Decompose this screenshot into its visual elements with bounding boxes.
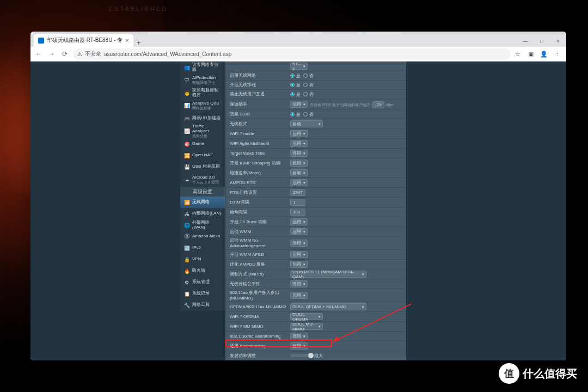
select-dropdown[interactable]: 启用 — [290, 179, 308, 186]
sidebar-label: Game — [192, 142, 204, 146]
setting-label: 信号间隔 — [225, 210, 288, 215]
new-tab-button[interactable]: + — [133, 39, 144, 47]
url-field[interactable]: ⚠ 不安全 asusrouter.com/Advanced_WAdvanced_… — [73, 48, 511, 59]
radio-off[interactable] — [303, 112, 308, 117]
radio-group[interactable]: 是 否 — [290, 112, 314, 118]
setting-label: 组播速率(Mbps) — [225, 170, 288, 176]
sidebar-item[interactable]: 🔒VPN — [180, 254, 225, 265]
select-dropdown[interactable]: 停用 — [290, 280, 308, 287]
sidebar-icon: 📊 — [183, 102, 190, 109]
setting-row: DTIM间隔1 — [225, 198, 406, 207]
star-icon[interactable]: ☆ — [514, 51, 522, 58]
sidebar-icon: 🔥 — [183, 268, 190, 274]
sidebar-item[interactable]: 🛡AiProtection智能网络卫士 — [180, 73, 225, 87]
window-maximize[interactable]: □ — [534, 35, 550, 47]
select-dropdown[interactable]: 自动 — [290, 120, 323, 127]
extension-icon[interactable]: ▣ — [527, 51, 535, 58]
setting-row: 优化 AMPDU 聚集启用 — [225, 260, 406, 270]
sidebar-item[interactable]: ⚙系统管理 — [180, 277, 225, 288]
select-dropdown[interactable]: DL/UL OFDMA — [290, 313, 323, 320]
sidebar-label: 网络工具 — [192, 303, 210, 308]
select-dropdown[interactable]: DL/UL MU-MIMO — [290, 323, 323, 330]
setting-row: 发射功率调整最大 — [225, 351, 406, 360]
sidebar-item[interactable]: 🔢IPv6 — [180, 242, 225, 254]
sidebar-icon: 🔒 — [183, 256, 190, 263]
radio-on[interactable] — [290, 92, 295, 96]
sidebar-item[interactable]: 💾USB 相关应用 — [180, 161, 225, 173]
radio-off[interactable] — [303, 74, 308, 78]
select-dropdown[interactable]: 5 G-2 — [290, 63, 308, 70]
sidebar-item[interactable]: 🔧网络工具 — [180, 299, 225, 311]
radio-group[interactable]: 是 否 — [290, 82, 314, 88]
window-close[interactable]: × — [550, 35, 566, 47]
select-dropdown[interactable]: DL/UL OFDMA + MU-MIMO — [290, 303, 366, 310]
text-input[interactable]: 100 — [290, 209, 305, 216]
select-dropdown[interactable]: 停用 — [290, 150, 308, 157]
setting-row: 组播速率(Mbps)自动 — [225, 168, 406, 178]
tab-close-icon[interactable]: × — [125, 37, 128, 44]
radio-off[interactable] — [303, 92, 308, 96]
sidebar-item[interactable]: 🎯Game — [180, 138, 225, 150]
setting-label: 通用 Beamforming — [225, 344, 288, 349]
forward-button[interactable]: → — [47, 50, 57, 58]
setting-row: WiFi Agile Multiband启用 — [225, 139, 406, 149]
sidebar-item[interactable]: 👥访客网络专业版 — [180, 62, 225, 73]
sidebar-item[interactable]: 📶无线网络 — [180, 197, 225, 208]
slider-thumb[interactable] — [308, 353, 314, 358]
sidebar-item[interactable]: 🎮网易UU加速器 — [180, 113, 225, 124]
sidebar-item[interactable]: 🖧内部网络(LAN) — [180, 208, 225, 219]
setting-label: 802.11ax/ac Beamforming — [225, 334, 288, 339]
setting-row: RTS 门槛设置2347 — [225, 188, 406, 198]
sidebar-item[interactable]: 🔀Open NAT — [180, 150, 225, 161]
sidebar-item[interactable]: 📋系统记录 — [180, 288, 225, 299]
text-input[interactable]: 2347 — [290, 189, 305, 196]
back-button[interactable]: ← — [34, 50, 44, 58]
hint-input[interactable]: -70 — [372, 101, 384, 108]
sidebar-label: 系统管理 — [192, 280, 210, 285]
menu-icon[interactable]: ⋮ — [553, 51, 561, 58]
sidebar-item[interactable]: ☁AiCloud 2.0个人云 2.0 应用 — [180, 173, 225, 187]
sidebar-item[interactable]: 📈Traffic Analyzer流量分析 — [180, 124, 225, 138]
select-dropdown[interactable]: Up to MCS 11 (NitroQAM/1024-QAM) — [290, 271, 366, 278]
sidebar-icon: 🔢 — [183, 245, 190, 252]
radio-off[interactable] — [303, 83, 308, 87]
select-dropdown[interactable]: 启用 — [290, 292, 308, 299]
sidebar-item[interactable]: ⓐAmazon Alexa — [180, 231, 225, 242]
select-dropdown[interactable]: 自动 — [290, 169, 308, 176]
select-dropdown[interactable]: 启用 — [290, 228, 308, 235]
sidebar-item[interactable]: 👨家长电脑控制程序 — [180, 87, 225, 99]
sidebar-icon: 🌐 — [183, 222, 190, 229]
profile-icon[interactable]: 👤 — [540, 51, 548, 58]
select-dropdown[interactable]: 启用 — [290, 333, 308, 340]
radio-group[interactable]: 是 否 — [290, 91, 314, 97]
select-dropdown[interactable]: 启用 — [290, 130, 308, 137]
select-dropdown[interactable]: 停用 — [290, 240, 308, 247]
select-dropdown[interactable]: 启用 — [290, 261, 308, 268]
browser-tab[interactable]: 华硕无线路由器 RT-BE88U - 专 × — [34, 34, 133, 47]
window-minimize[interactable]: — — [517, 35, 534, 47]
select-dropdown[interactable]: 启用 — [290, 101, 308, 108]
tab-title: 华硕无线路由器 RT-BE88U - 专 — [47, 36, 122, 44]
select-dropdown[interactable]: 启用 — [290, 251, 308, 258]
sidebar-item[interactable]: 📊Adaptive QoS网络监控家 — [180, 99, 225, 113]
text-input[interactable]: 1 — [290, 199, 305, 206]
sidebar-label: Amazon Alexa — [192, 234, 220, 239]
setting-label: 802.11ac 多用户多入多出(MU-MIMO) — [225, 290, 288, 301]
select-dropdown[interactable]: 启用 — [290, 218, 308, 225]
reload-button[interactable]: ⟳ — [60, 50, 70, 58]
radio-on[interactable] — [290, 112, 295, 117]
sidebar-label: AiProtection智能网络卫士 — [192, 76, 216, 84]
sidebar-item[interactable]: 🔥防火墙 — [180, 265, 225, 277]
radio-on[interactable] — [290, 83, 295, 87]
setting-row: 启动 WMM No-Acknowledgement停用 — [225, 237, 406, 250]
slider[interactable] — [290, 354, 312, 357]
select-dropdown[interactable]: 启用 — [290, 342, 308, 350]
radio-group[interactable]: 是 否 — [290, 73, 314, 79]
select-dropdown[interactable]: 启用 — [290, 160, 308, 167]
radio-on[interactable] — [290, 74, 295, 78]
url-text: asusrouter.com/Advanced_WAdvanced_Conten… — [104, 51, 231, 57]
setting-row: 开启无线排程是 否 — [225, 81, 406, 90]
select-dropdown[interactable]: 启用 — [290, 140, 308, 147]
sidebar-icon: ⓐ — [183, 234, 190, 240]
sidebar-item[interactable]: 🌐外部网络(WAN) — [180, 219, 225, 231]
